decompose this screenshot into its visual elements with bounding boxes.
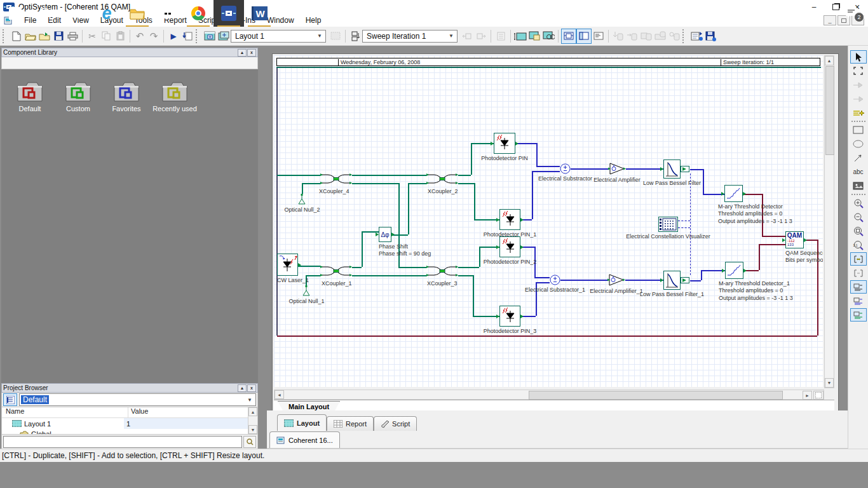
ellipse-tool-button[interactable] <box>850 137 867 151</box>
start-button[interactable] <box>0 0 31 27</box>
component-electrical-amplifier-1[interactable]: Electrical Amplifier_1 <box>607 273 625 287</box>
delete-layout-button[interactable] <box>329 29 342 43</box>
sweep-iteration-select[interactable]: Sweep Iteration 1▼ <box>362 30 458 43</box>
script-find-button[interactable] <box>667 29 681 43</box>
parameter-label-tool-button[interactable] <box>850 294 867 308</box>
search-input[interactable] <box>3 436 242 448</box>
open-file-button[interactable] <box>24 29 37 43</box>
library-folder-recently-used[interactable]: Recently used <box>153 81 197 114</box>
toolbar-grip[interactable] <box>3 29 7 43</box>
canvas-horizontal-scrollbar[interactable]: ◄ ► <box>274 390 824 400</box>
iterations-list-button[interactable] <box>494 29 508 43</box>
component-electrical-substractor-1[interactable]: Electrical Substractor_1 <box>550 274 560 285</box>
mdi-minimize-button[interactable]: _ <box>824 15 836 25</box>
zoom-page-tool-button[interactable] <box>850 224 867 238</box>
print-button[interactable] <box>65 29 79 43</box>
component-xcoupler-2[interactable]: XCoupler_2 <box>426 171 458 187</box>
column-header-name[interactable]: Name <box>2 407 128 417</box>
zoom-in-tool-button[interactable] <box>850 196 867 210</box>
component-low-pass-bessel-filter-1[interactable]: Low Pass Bessel Filter_1 <box>663 271 681 290</box>
generate-report-button[interactable] <box>689 29 703 43</box>
panel-close-button[interactable]: x <box>247 49 256 57</box>
component-electrical-constellation-visualizer[interactable]: Electrical Constellation Visualizer <box>658 217 678 232</box>
toolbar-grip[interactable] <box>682 29 687 43</box>
library-folder-custom[interactable]: Custom <box>56 81 100 114</box>
view-description-toggle[interactable] <box>592 29 606 43</box>
script-step-button[interactable] <box>625 29 639 43</box>
taskbar-store-button[interactable] <box>153 0 183 27</box>
browser-mode-button[interactable] <box>3 393 17 406</box>
component-optical-null-1[interactable]: Optical Null_1 <box>302 285 311 297</box>
taskbar-optisystem-button[interactable] <box>214 0 244 27</box>
copy-button[interactable] <box>99 29 113 43</box>
select-tool-button[interactable] <box>850 50 867 64</box>
show-ports-tool-button[interactable] <box>850 252 867 266</box>
zoom-1-1-tool-button[interactable]: 1:1 <box>850 238 867 252</box>
component-phase-shift[interactable]: Δφ Phase Shift Phase shift = 90 deg <box>379 227 391 242</box>
script-open-button[interactable] <box>653 29 667 43</box>
panel-collapse-button[interactable]: ▲ <box>238 49 247 57</box>
image-tool-button[interactable] <box>850 179 867 193</box>
action-center-button[interactable]: 2 <box>845 6 862 21</box>
library-folder-default[interactable]: Default <box>8 81 52 114</box>
search-button[interactable] <box>243 436 256 448</box>
minimize-button[interactable]: – <box>803 1 825 13</box>
scroll-down-arrow[interactable]: ▼ <box>248 425 257 434</box>
paste-button[interactable] <box>113 29 127 43</box>
resize-layout-button[interactable] <box>513 29 527 43</box>
view-project-browser-toggle[interactable] <box>576 29 592 44</box>
menu-help[interactable]: Help <box>300 15 327 26</box>
panel-close-button[interactable]: x <box>247 384 256 392</box>
text-tool-button[interactable]: abc <box>850 165 867 179</box>
layout-select[interactable]: Layout 1▼ <box>231 30 326 43</box>
taskbar-file-explorer-button[interactable] <box>122 0 153 27</box>
component-xcoupler-3[interactable]: XCoupler_3 <box>426 263 458 279</box>
toolbar-grip[interactable] <box>196 29 200 43</box>
hide-ports-tool-button[interactable] <box>850 266 867 280</box>
zoom-out-tool-button[interactable] <box>850 210 867 224</box>
horizontal-scroll-thumb[interactable] <box>529 391 783 400</box>
connect-tool-button[interactable] <box>850 78 867 92</box>
component-xcoupler-4[interactable]: XCoupler_4 <box>320 171 352 187</box>
tab-document-coherent-16-qam[interactable]: Coherent 16... <box>269 431 340 448</box>
panel-collapse-button[interactable]: ▲ <box>238 384 247 392</box>
component-photodetector-pin-2[interactable]: Photodetector PIN_2 <box>499 236 520 257</box>
layout-canvas[interactable]: Wednesday, February 06, 2008 Sweep Itera… <box>274 55 823 387</box>
sweep-mode-button[interactable] <box>348 29 362 43</box>
line-tool-button[interactable] <box>850 151 867 165</box>
component-electrical-substractor[interactable]: Electrical Substractor <box>560 163 571 174</box>
vertical-scroll-thumb[interactable] <box>825 66 834 155</box>
browser-filter-select[interactable]: Default ▼ <box>19 393 256 406</box>
global-parameters-button[interactable] <box>541 29 555 43</box>
new-file-button[interactable] <box>10 29 24 43</box>
arrow-tool-button[interactable] <box>850 92 867 105</box>
layout-properties-button[interactable] <box>527 29 541 43</box>
task-view-button[interactable] <box>61 0 92 27</box>
previous-sweep-button[interactable] <box>460 29 474 43</box>
save-button[interactable] <box>51 29 65 43</box>
duplicate-layout-button[interactable] <box>217 29 231 43</box>
component-optical-null-2[interactable]: Optical Null_2 <box>298 194 306 205</box>
scroll-right-arrow[interactable]: ► <box>803 391 812 400</box>
table-row-clipped[interactable]: Global <box>2 429 257 435</box>
script-pause-button[interactable] <box>639 29 653 43</box>
component-electrical-amplifier[interactable]: Electrical Amplifier <box>608 162 626 175</box>
component-photodetector-pin[interactable]: Photodetector PIN <box>494 133 515 154</box>
run-button[interactable]: ▶ <box>166 29 180 43</box>
calculate-button[interactable] <box>180 29 194 43</box>
component-xcoupler-1[interactable]: XCoupler_1 <box>320 263 352 279</box>
taskbar-word-button[interactable]: W <box>244 0 275 27</box>
scroll-left-arrow[interactable]: ◄ <box>275 390 284 399</box>
undo-button[interactable]: ↶ <box>133 29 147 43</box>
rectangle-tool-button[interactable] <box>850 123 867 137</box>
tab-layout[interactable]: Layout <box>277 414 327 431</box>
component-label-tool-button[interactable] <box>850 280 867 294</box>
component-photodetector-pin-3[interactable]: Photodetector PIN_3 <box>499 306 520 327</box>
table-scrollbar[interactable]: ▲ ▼ <box>248 407 257 434</box>
taskbar-chrome-button[interactable] <box>183 0 214 27</box>
component-mary-threshold-detector-1[interactable]: M-ary Threshold Detector_1 Threshold amp… <box>725 262 743 279</box>
new-layout-button[interactable] <box>203 29 217 43</box>
component-low-pass-bessel-filter[interactable]: Low Pass Bessel Filter <box>663 159 681 179</box>
fullscreen-tool-button[interactable] <box>850 64 867 78</box>
redo-button[interactable]: ↷ <box>147 29 161 43</box>
